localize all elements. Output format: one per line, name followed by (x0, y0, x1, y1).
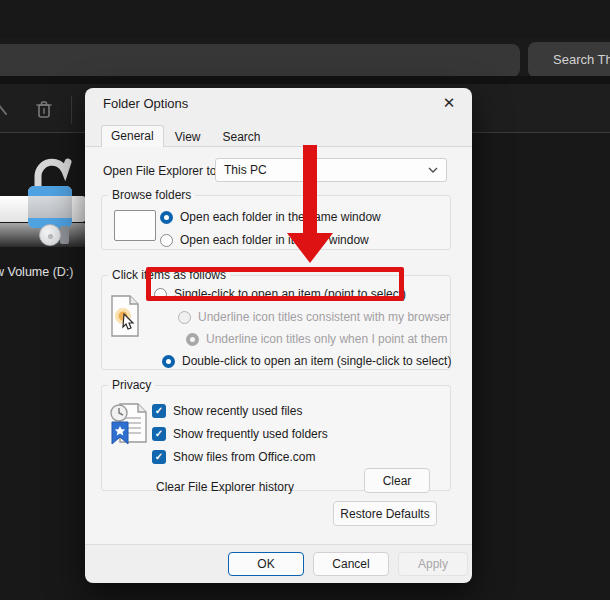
radio-own-window[interactable]: Open each folder in its own window (160, 233, 369, 247)
checkbox-label: Show recently used files (173, 404, 302, 418)
address-bar[interactable] (0, 44, 520, 77)
close-icon: ✕ (443, 94, 456, 111)
checkbox-box (152, 404, 166, 418)
folder-window-icon (114, 210, 156, 241)
header-divider-strip (0, 76, 610, 84)
radio-label: Underline icon titles consistent with my… (198, 310, 450, 324)
checkbox-label: Show files from Office.com (173, 450, 316, 464)
toolbar-divider-vertical (71, 96, 72, 124)
tab-strip: General View Search (101, 126, 272, 147)
annotation-highlight-rect (146, 267, 404, 301)
browse-folders-legend: Browse folders (108, 188, 195, 202)
restore-defaults-button[interactable]: Restore Defaults (333, 501, 437, 526)
mouse-pointer-document-icon (110, 294, 142, 340)
open-to-label: Open File Explorer to: (103, 164, 220, 178)
footer-divider (85, 544, 472, 545)
checkbox-office-files[interactable]: Show files from Office.com (152, 450, 316, 464)
checkbox-recent-files[interactable]: Show recently used files (152, 404, 302, 418)
annotation-arrow-head (287, 233, 333, 263)
tab-view[interactable]: View (164, 127, 212, 147)
clear-button[interactable]: Clear (364, 468, 430, 493)
privacy-legend: Privacy (108, 378, 155, 392)
privacy-history-icon (108, 400, 150, 448)
trash-icon[interactable] (32, 98, 56, 122)
checkbox-frequent-folders[interactable]: Show frequently used folders (152, 427, 328, 441)
checkbox-label: Show frequently used folders (173, 427, 328, 441)
radio-dot (178, 311, 191, 324)
radio-same-window[interactable]: Open each folder in the same window (160, 210, 381, 224)
annotation-arrow-shaft (303, 145, 317, 235)
combobox-value: This PC (224, 163, 428, 177)
radio-dot (186, 333, 199, 346)
search-box-label: Search Thi (553, 52, 610, 67)
tab-general[interactable]: General (101, 125, 164, 147)
lock-dial-icon (39, 224, 61, 246)
radio-label: Underline icon titles only when I point … (206, 332, 447, 346)
radio-label: Open each folder in the same window (180, 210, 381, 224)
partial-toolbar-icon (0, 100, 8, 120)
lock-band-top (28, 186, 72, 196)
chevron-down-icon (428, 167, 438, 173)
radio-underline-point: Underline icon titles only when I point … (186, 332, 447, 346)
cancel-button[interactable]: Cancel (313, 552, 389, 576)
drive-label[interactable]: w Volume (D:) (0, 265, 74, 279)
tab-search[interactable]: Search (212, 127, 272, 147)
radio-label: Open each folder in its own window (180, 233, 369, 247)
radio-label: Double-click to open an item (single-cli… (182, 354, 451, 368)
explorer-titlebar (0, 0, 610, 38)
dialog-title: Folder Options (103, 96, 188, 111)
radio-double-click[interactable]: Double-click to open an item (single-cli… (162, 354, 451, 368)
open-to-combobox[interactable]: This PC (215, 158, 447, 182)
group-browse-folders: Browse folders Open each folder in the s… (101, 188, 451, 250)
group-privacy: Privacy Show recently used files Show fr… (101, 378, 451, 491)
close-button[interactable]: ✕ (436, 92, 462, 114)
radio-dot (162, 355, 175, 368)
radio-dot (160, 211, 173, 224)
checkbox-box (152, 427, 166, 441)
search-box[interactable]: Search Thi (528, 42, 610, 78)
screen: Search Thi w Volume (D:) Folder Options … (0, 0, 610, 600)
ok-button[interactable]: OK (228, 552, 304, 576)
radio-underline-browser: Underline icon titles consistent with my… (178, 310, 450, 324)
radio-dot (160, 234, 173, 247)
lock-stand (60, 226, 69, 244)
checkbox-box (152, 450, 166, 464)
clear-history-label: Clear File Explorer history (156, 480, 294, 494)
folder-options-dialog: Folder Options ✕ General View Search Ope… (85, 88, 472, 583)
apply-button: Apply (398, 552, 468, 576)
unlocked-drive-lock-icon[interactable] (28, 186, 72, 228)
